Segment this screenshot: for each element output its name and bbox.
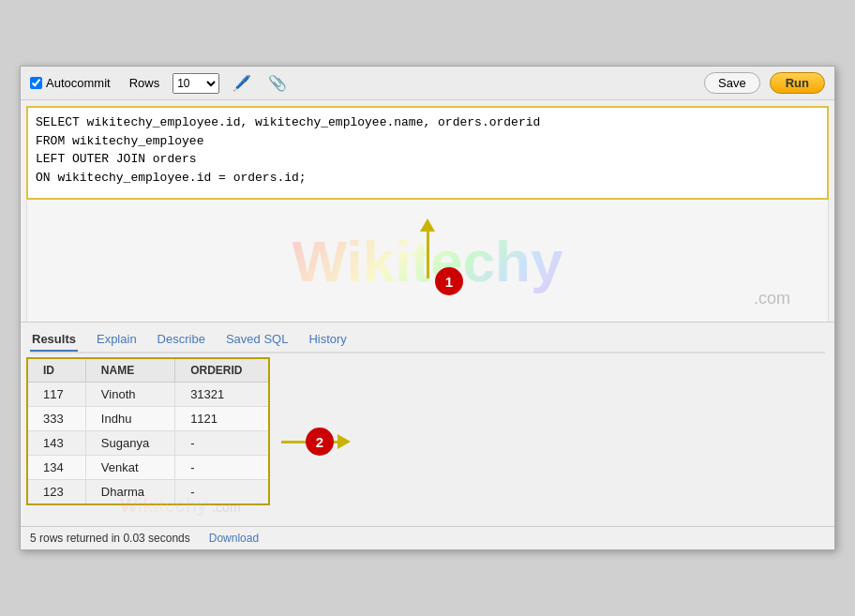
autocommit-label: Autocommit	[46, 76, 111, 90]
cell-r3-c2: -	[175, 456, 269, 480]
cell-r3-c0: 134	[27, 456, 85, 480]
arrow-head-up	[420, 218, 435, 232]
table-row: 134Venkat-	[27, 456, 269, 480]
save-button[interactable]: Save	[704, 72, 760, 94]
cell-r3-c1: Venkat	[85, 456, 174, 480]
sql-line-3: LEFT OUTER JOIN orders	[36, 150, 819, 169]
table-watermark-text: Wikitechy	[120, 495, 207, 516]
results-table: ID NAME ORDERID 117Vinoth31321333Indhu11…	[26, 357, 270, 505]
table-watermark-com: .com	[212, 500, 240, 515]
col-header-name: NAME	[85, 358, 174, 383]
arrow-right-head	[338, 434, 351, 449]
rows-label: Rows	[129, 76, 160, 90]
cell-r2-c0: 143	[27, 431, 85, 456]
cell-r1-c1: Indhu	[85, 407, 174, 431]
eraser-button[interactable]: 🖊️	[229, 72, 255, 94]
table-row: 143Suganya-	[27, 431, 269, 456]
tabs-bar: Results Explain Describe Saved SQL Histo…	[21, 322, 834, 352]
autocommit-area: Autocommit	[30, 76, 111, 90]
table-watermark: Wikitechy .com	[120, 495, 241, 517]
cell-r1-c0: 333	[27, 407, 85, 431]
results-outer: ID NAME ORDERID 117Vinoth31321333Indhu11…	[26, 357, 829, 526]
cell-r4-c0: 123	[27, 480, 85, 505]
arrow-line-up	[427, 232, 429, 278]
tab-describe[interactable]: Describe	[156, 328, 207, 352]
cell-r1-c2: 1121	[175, 407, 269, 431]
table-row: 117Vinoth31321	[27, 383, 269, 407]
sql-editor[interactable]: SELECT wikitechy_employee.id, wikitechy_…	[26, 106, 829, 200]
col-header-orderid: ORDERID	[175, 358, 269, 383]
run-button[interactable]: Run	[770, 72, 825, 94]
sql-line-4: ON wikitechy_employee.id = orders.id;	[36, 169, 819, 188]
rows-select[interactable]: 10 25 50 100	[172, 73, 219, 94]
col-header-id: ID	[27, 358, 85, 383]
tab-explain[interactable]: Explain	[95, 328, 139, 352]
toolbar: Autocommit Rows 10 25 50 100 🖊️ 📎 Save R…	[21, 67, 834, 100]
main-container: Autocommit Rows 10 25 50 100 🖊️ 📎 Save R…	[20, 66, 835, 550]
arrow-area: Wikitechy .com 1	[26, 200, 829, 322]
download-link[interactable]: Download	[209, 532, 259, 545]
cell-r0-c0: 117	[27, 383, 85, 407]
autocommit-checkbox[interactable]	[30, 77, 42, 89]
cell-r2-c1: Suganya	[85, 431, 174, 456]
cell-r0-c1: Vinoth	[85, 383, 174, 407]
tab-results[interactable]: Results	[30, 328, 78, 352]
sql-line-2: FROM wikitechy_employee	[36, 132, 819, 151]
status-bar: 5 rows returned in 0.03 seconds Download	[21, 526, 834, 549]
cell-r0-c2: 31321	[175, 383, 269, 407]
rows-select-wrap: 10 25 50 100	[172, 73, 219, 94]
badge-2: 2	[306, 428, 334, 456]
tab-history[interactable]: History	[307, 328, 348, 352]
sql-line-1: SELECT wikitechy_employee.id, wikitechy_…	[36, 113, 819, 132]
table-row: 333Indhu1121	[27, 407, 269, 431]
watermark-com: .com	[754, 289, 790, 308]
status-message: 5 rows returned in 0.03 seconds	[30, 532, 190, 545]
arrow-up	[420, 218, 435, 278]
badge-1: 1	[435, 267, 463, 295]
cell-r2-c2: -	[175, 431, 269, 456]
clear-button[interactable]: 📎	[264, 72, 291, 94]
tab-underline	[30, 352, 825, 353]
tab-saved-sql[interactable]: Saved SQL	[224, 328, 291, 352]
